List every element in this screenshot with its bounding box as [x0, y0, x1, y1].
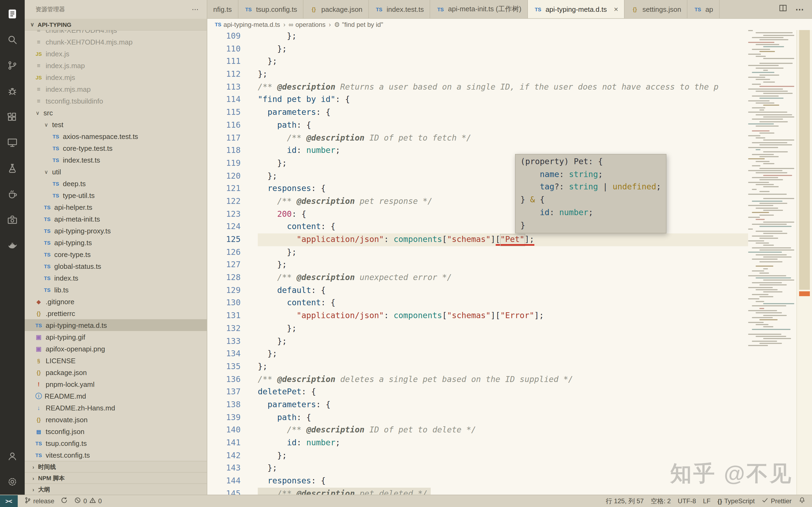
- editor-tab[interactable]: TStsup.config.ts: [238, 0, 303, 18]
- file-tree-item[interactable]: TSglobal-status.ts: [25, 260, 207, 272]
- file-tree-item[interactable]: TSdeep.ts: [25, 178, 207, 189]
- file-tree-item[interactable]: {}renovate.json: [25, 414, 207, 426]
- sidebar-panel-header[interactable]: ›NPM 脚本: [25, 472, 207, 484]
- minimap[interactable]: [748, 30, 797, 495]
- eol-status[interactable]: LF: [703, 497, 711, 505]
- breadcrumb-item[interactable]: ⚙"find pet by id": [334, 21, 383, 28]
- file-tree-item[interactable]: ↓README.zh-Hans.md: [25, 402, 207, 414]
- more-actions-icon[interactable]: ⋯: [795, 4, 805, 14]
- tree-item-label: index.test.ts: [63, 156, 100, 164]
- folder-tree-item[interactable]: ∨test: [25, 119, 207, 130]
- remote-indicator[interactable]: ><: [0, 495, 18, 507]
- file-tree-item[interactable]: TSaxios-namespace.test.ts: [25, 130, 207, 142]
- encoding-status[interactable]: UTF-8: [678, 497, 696, 505]
- ts-icon: TS: [215, 21, 221, 27]
- folder-tree-item[interactable]: ∨src: [25, 107, 207, 119]
- file-tree-item[interactable]: TSindex.test.ts: [25, 154, 207, 166]
- editor-tab[interactable]: TSap: [688, 0, 720, 18]
- project-section-header[interactable]: ∨ API-TYPING: [25, 19, 207, 31]
- editor-tab[interactable]: {}package.json: [304, 0, 369, 18]
- file-tree-item[interactable]: JSindex.js: [25, 48, 207, 60]
- editor-scrollbar[interactable]: [797, 30, 812, 495]
- file-tree-item[interactable]: TSapi-typing-meta.d.ts: [25, 319, 207, 331]
- file-tree-item[interactable]: ≡tsconfig.tsbuildinfo: [25, 95, 207, 107]
- file-tree-item[interactable]: TSapi-typing.ts: [25, 237, 207, 248]
- file-tree-item[interactable]: TSindex.ts: [25, 272, 207, 284]
- file-tree-item[interactable]: ▤tsconfig.json: [25, 426, 207, 437]
- testing-icon[interactable]: [0, 156, 25, 181]
- problems-status[interactable]: 00: [74, 497, 102, 505]
- minimap-line: [759, 156, 779, 157]
- ai-lamp-icon[interactable]: [0, 233, 25, 259]
- file-tree-item[interactable]: ≡chunk-XEH7ODH4.mjs.map: [25, 36, 207, 48]
- cursor-position-status[interactable]: 行 125, 列 57: [606, 497, 644, 506]
- minimap-line: [759, 261, 782, 262]
- code-line: 118 id: number;: [207, 144, 748, 157]
- formatter-status[interactable]: Prettier: [762, 497, 792, 505]
- branch-status[interactable]: release: [24, 497, 54, 505]
- code-editor[interactable]: 109 };110 };111 };112};113/** @descripti…: [207, 30, 812, 495]
- account-icon[interactable]: [0, 443, 25, 469]
- editor-tab[interactable]: TSindex.test.ts: [369, 0, 430, 18]
- git-icon: ◆: [34, 298, 43, 304]
- code-lines[interactable]: 109 };110 };111 };112};113/** @descripti…: [207, 30, 748, 495]
- coffee-icon[interactable]: [0, 181, 25, 207]
- file-tree-item[interactable]: ≡chunk-XEH7ODH4.mjs: [25, 30, 207, 36]
- tab-close-icon[interactable]: ×: [614, 5, 618, 13]
- file-tree-item[interactable]: {}package.json: [25, 367, 207, 378]
- file-tree-item[interactable]: TSapi-helper.ts: [25, 201, 207, 213]
- minimap-line: [756, 242, 769, 243]
- remote-explorer-icon[interactable]: [0, 130, 25, 156]
- editor-tab[interactable]: {}settings.json: [624, 0, 688, 18]
- file-tree-item[interactable]: TStsup.config.ts: [25, 437, 207, 449]
- source-control-icon[interactable]: [0, 53, 25, 78]
- breadcrumb[interactable]: TSapi-typing-meta.d.ts›∞operations›⚙"fin…: [207, 19, 812, 30]
- file-tree-item[interactable]: iREADME.md: [25, 390, 207, 402]
- code-text: id: number;: [258, 144, 748, 157]
- explorer-icon[interactable]: [0, 1, 25, 27]
- file-tree-item[interactable]: TScore-type.test.ts: [25, 142, 207, 154]
- editor-tab[interactable]: TSapi-typing-meta.d.ts×: [528, 0, 625, 18]
- sync-button[interactable]: [61, 497, 68, 505]
- minimap-line: [748, 159, 765, 160]
- code-text: };: [258, 335, 748, 348]
- split-editor-icon[interactable]: [778, 3, 788, 15]
- minimap-line: [763, 105, 779, 106]
- indentation-status[interactable]: 空格: 2: [651, 497, 671, 506]
- breadcrumb-item[interactable]: TSapi-typing-meta.d.ts: [215, 21, 280, 28]
- line-number: 119: [207, 157, 241, 170]
- file-tree-item[interactable]: !pnpm-lock.yaml: [25, 378, 207, 390]
- file-tree-item[interactable]: TSvitest.config.ts: [25, 449, 207, 461]
- editor-tab[interactable]: nfig.ts: [207, 0, 238, 18]
- file-tree-item[interactable]: TSlib.ts: [25, 284, 207, 296]
- file-tree-item[interactable]: TSapi-typing-proxy.ts: [25, 225, 207, 237]
- file-tree-item[interactable]: ▣api-typing.gif: [25, 331, 207, 343]
- folder-tree-item[interactable]: ∨util: [25, 166, 207, 178]
- file-tree-item[interactable]: ≡index.js.map: [25, 60, 207, 71]
- sidebar-panel-header[interactable]: ›大纲: [25, 484, 207, 495]
- toolbox-icon[interactable]: [0, 207, 25, 233]
- editor-tab[interactable]: TSapi-meta-init.ts (工作树): [430, 0, 528, 18]
- file-tree-item[interactable]: ≡index.mjs.map: [25, 83, 207, 95]
- breadcrumb-item[interactable]: ∞operations: [289, 21, 325, 28]
- settings-gear-icon[interactable]: [0, 469, 25, 495]
- extensions-icon[interactable]: [0, 104, 25, 130]
- file-tree-item[interactable]: §LICENSE: [25, 355, 207, 367]
- file-tree-item[interactable]: {}.prettierrc: [25, 307, 207, 319]
- file-tree-item[interactable]: TSapi-meta-init.ts: [25, 213, 207, 225]
- file-tree-item[interactable]: ◆.gitignore: [25, 296, 207, 307]
- scrollbar-thumb[interactable]: [799, 30, 810, 290]
- file-tree-item[interactable]: TScore-type.ts: [25, 248, 207, 260]
- run-debug-icon[interactable]: [0, 78, 25, 104]
- notifications-status[interactable]: [799, 497, 806, 505]
- tree-item-label: apifox-openapi.png: [46, 345, 105, 353]
- file-tree-item[interactable]: TStype-util.ts: [25, 189, 207, 201]
- sidebar-panel-header[interactable]: ›时间线: [25, 461, 207, 472]
- search-icon[interactable]: [0, 27, 25, 53]
- language-status[interactable]: {}TypeScript: [717, 497, 755, 505]
- code-line: 144 responses: {: [207, 475, 748, 488]
- more-actions-icon[interactable]: ⋯: [192, 5, 199, 13]
- chevron-right-icon: ›: [31, 486, 36, 492]
- file-tree-item[interactable]: ▣apifox-openapi.png: [25, 343, 207, 355]
- file-tree-item[interactable]: JSindex.mjs: [25, 71, 207, 83]
